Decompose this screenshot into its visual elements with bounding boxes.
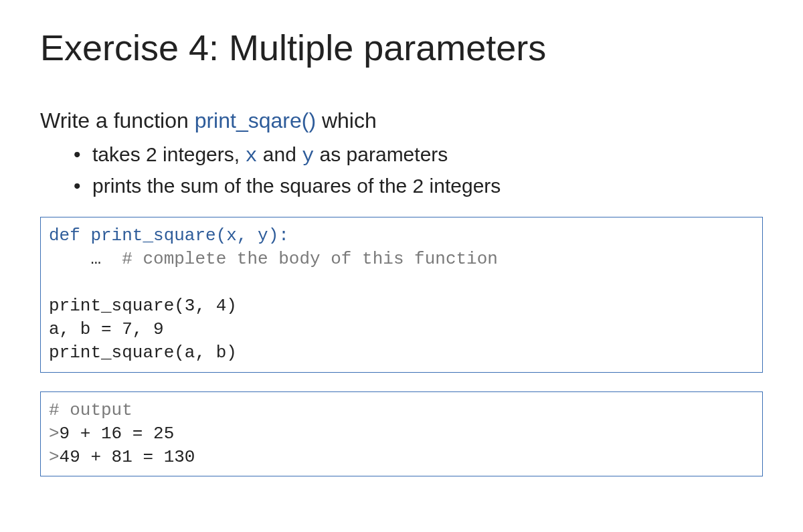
code-block-source: def print_square(x, y): … # complete the… (40, 217, 763, 373)
code-body-prefix: … (49, 249, 122, 269)
bullet-item-1: takes 2 integers, x and y as parameters (74, 140, 763, 171)
bullet-item-2: prints the sum of the squares of the 2 i… (74, 171, 763, 201)
bullet-1-text-1: takes 2 integers, (92, 143, 245, 165)
slide-title: Exercise 4: Multiple parameters (40, 27, 763, 68)
code-body-comment: # complete the body of this function (122, 249, 498, 269)
code-block-output: # output >9 + 16 = 25 >49 + 81 = 130 (40, 391, 763, 476)
bullet-1-x: x (245, 145, 257, 167)
bullet-1-text-2: and (257, 143, 302, 165)
intro-prefix: Write a function (40, 108, 195, 132)
intro-text: Write a function print_sqare() which (40, 108, 763, 133)
intro-suffix: which (316, 108, 377, 132)
code-call-1: print_square(3, 4) (49, 296, 237, 316)
bullet-list: takes 2 integers, x and y as parameters … (74, 140, 763, 200)
bullet-1-text-3: as parameters (314, 143, 448, 165)
prompt-2: > (49, 447, 60, 467)
output-line-2: 49 + 81 = 130 (60, 447, 195, 467)
code-call-2: print_square(a, b) (49, 343, 237, 363)
prompt-1: > (49, 424, 60, 444)
intro-function-name: print_sqare() (195, 108, 316, 132)
output-line-1: 9 + 16 = 25 (60, 424, 175, 444)
output-comment: # output (49, 400, 132, 420)
code-def-line: def print_square(x, y): (49, 226, 289, 246)
bullet-1-y: y (302, 145, 314, 167)
code-assign: a, b = 7, 9 (49, 319, 164, 339)
